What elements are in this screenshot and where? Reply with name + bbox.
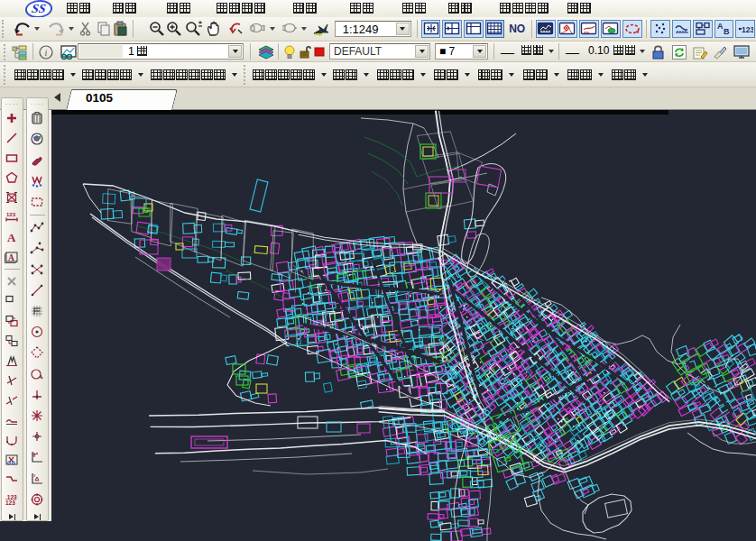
svg-text:123: 123 — [5, 500, 15, 506]
svg-text:123: 123 — [742, 25, 753, 34]
svg-text:B: B — [724, 27, 730, 36]
svg-text:i: i — [45, 48, 48, 58]
svg-text:A: A — [717, 22, 724, 31]
svg-text:A: A — [8, 253, 14, 262]
svg-text:A: A — [7, 231, 16, 244]
svg-text:x: x — [33, 472, 36, 478]
svg-text:123: 123 — [6, 212, 16, 217]
